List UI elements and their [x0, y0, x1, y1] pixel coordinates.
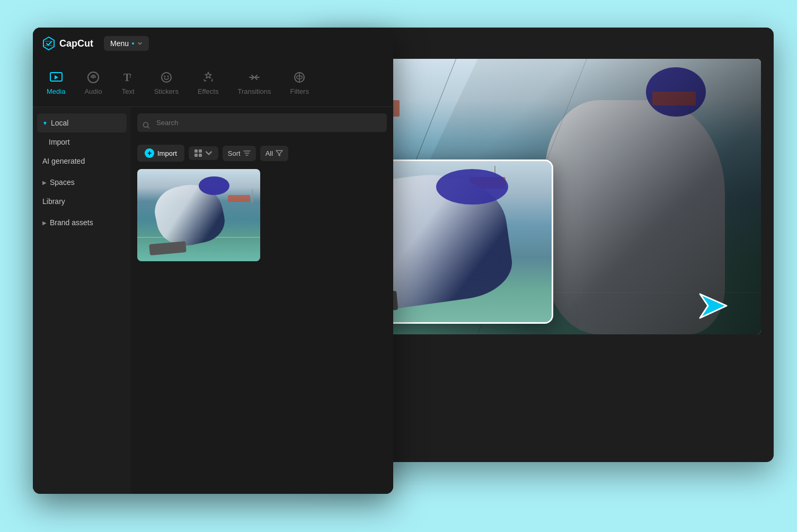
tab-stickers-label: Stickers — [154, 87, 179, 95]
sidebar-item-ai-generated[interactable]: AI generated — [33, 152, 131, 171]
tab-transitions-label: Transitions — [237, 87, 271, 95]
app-name: CapCut — [59, 38, 93, 49]
brand-arrow: ▶ — [42, 220, 47, 226]
search-wrapper — [137, 113, 387, 138]
sidebar-brand-label: Brand assets — [50, 218, 93, 227]
media-icon — [49, 70, 63, 84]
tab-text[interactable]: T I Text — [112, 65, 145, 101]
chevron-down-icon — [205, 149, 213, 157]
import-button[interactable]: + Import — [137, 145, 184, 162]
sidebar-ai-label: AI generated — [42, 157, 85, 165]
logo: CapCut — [41, 36, 93, 51]
menu-label: Menu — [110, 39, 129, 48]
svg-point-2 — [92, 76, 94, 78]
audio-icon — [86, 70, 100, 84]
svg-text:I: I — [129, 73, 132, 79]
svg-line-11 — [148, 127, 149, 128]
svg-point-6 — [164, 76, 165, 77]
sidebar-spaces-label: Spaces — [50, 178, 75, 187]
effects-icon — [201, 70, 215, 84]
capcut-logo-icon — [41, 36, 56, 51]
expand-arrow: ▼ — [42, 120, 48, 126]
filter-icon — [276, 149, 283, 157]
grid-view-icon — [194, 149, 202, 157]
import-label: Import — [157, 149, 177, 157]
search-icon — [143, 121, 150, 130]
toolbar: Media Audio T I Text — [33, 59, 393, 107]
sidebar-item-brand-assets[interactable]: ▶ Brand assets — [33, 213, 131, 232]
svg-point-7 — [167, 76, 169, 77]
sidebar-item-library[interactable]: Library — [33, 192, 131, 211]
sidebar-item-spaces[interactable]: ▶ Spaces — [33, 173, 131, 192]
tab-text-label: Text — [122, 87, 135, 95]
media-thumbnail-1[interactable] — [137, 169, 260, 261]
tab-filters-label: Filters — [290, 87, 309, 95]
filters-icon — [293, 70, 306, 84]
menu-button[interactable]: Menu — [104, 36, 149, 51]
filter-label: All — [265, 149, 273, 157]
svg-point-5 — [162, 73, 171, 82]
svg-rect-15 — [199, 154, 202, 157]
tab-media-label: Media — [47, 87, 65, 95]
sidebar: ▼ Local Import AI generated ▶ Spaces Lib… — [33, 107, 131, 494]
sidebar-item-import[interactable]: Import — [33, 132, 131, 152]
svg-rect-14 — [194, 154, 198, 157]
tab-transitions[interactable]: Transitions — [228, 65, 280, 101]
transitions-icon — [247, 70, 261, 84]
svg-rect-13 — [199, 149, 202, 153]
spaces-arrow: ▶ — [42, 180, 47, 185]
tab-stickers[interactable]: Stickers — [145, 65, 188, 101]
filter-button[interactable]: All — [260, 146, 288, 161]
svg-marker-21 — [700, 294, 727, 318]
plus-icon: + — [145, 148, 154, 158]
sort-label: Sort — [228, 149, 241, 157]
tab-effects[interactable]: Effects — [188, 65, 228, 101]
tab-effects-label: Effects — [198, 87, 219, 95]
content-area: ▼ Local Import AI generated ▶ Spaces Lib… — [33, 107, 393, 494]
thumbnail-image-1 — [137, 169, 260, 261]
search-input[interactable] — [137, 113, 387, 132]
media-toolbar-row: + Import Sort — [137, 145, 387, 162]
chevron-down-icon — [137, 41, 143, 46]
text-icon: T I — [121, 70, 135, 84]
tab-media[interactable]: Media — [37, 65, 75, 101]
tab-audio[interactable]: Audio — [75, 65, 111, 101]
media-panel: + Import Sort — [131, 107, 393, 494]
sidebar-import-label: Import — [49, 138, 70, 146]
sidebar-library-label: Library — [42, 197, 65, 206]
sort-button[interactable]: Sort — [223, 146, 256, 161]
stickers-icon — [160, 70, 173, 84]
cursor-arrow — [697, 291, 729, 323]
app-window: CapCut Menu Media Audio — [33, 28, 393, 494]
view-toggle[interactable] — [189, 146, 218, 160]
svg-rect-12 — [194, 149, 198, 153]
tab-audio-label: Audio — [84, 87, 102, 95]
menu-dot — [132, 42, 134, 45]
sidebar-item-local[interactable]: ▼ Local — [37, 113, 127, 132]
sidebar-local-label: Local — [51, 119, 68, 127]
sort-icon — [243, 149, 251, 157]
tab-filters[interactable]: Filters — [281, 65, 318, 101]
header: CapCut Menu — [33, 28, 393, 59]
media-grid — [137, 169, 387, 261]
